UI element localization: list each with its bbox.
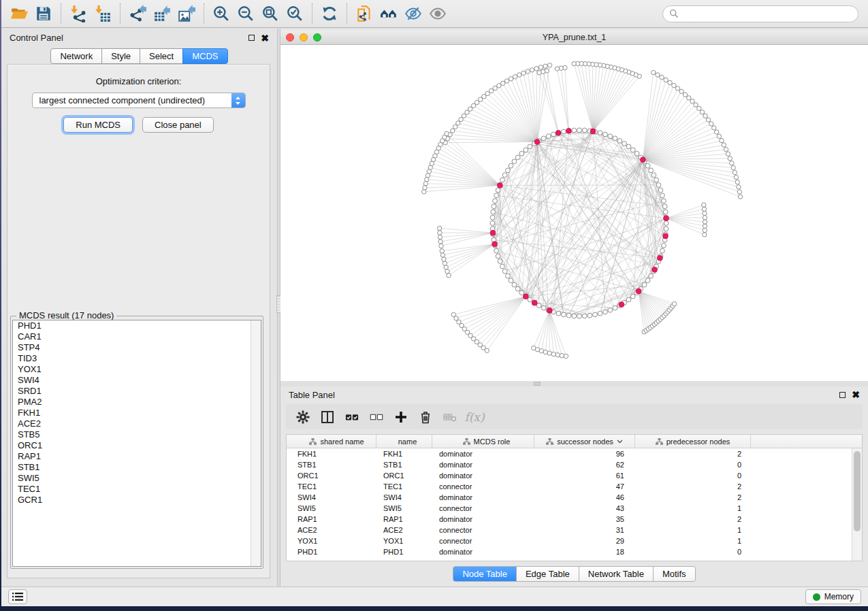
graph-leaf-node[interactable] [526, 69, 530, 73]
graph-leaf-node[interactable] [493, 86, 497, 90]
graph-node[interactable] [500, 178, 505, 182]
graph-leaf-node[interactable] [485, 91, 489, 95]
graph-leaf-node[interactable] [702, 207, 706, 211]
export-image-button[interactable] [174, 2, 199, 25]
graph-leaf-node[interactable] [423, 182, 428, 186]
graph-leaf-node[interactable] [438, 240, 443, 244]
graph-leaf-node[interactable] [543, 64, 547, 68]
search-input[interactable] [683, 9, 852, 19]
tab-style[interactable]: Style [101, 48, 140, 64]
import-table-button[interactable] [91, 2, 115, 25]
graph-leaf-node[interactable] [703, 228, 707, 232]
graph-node[interactable] [505, 274, 510, 278]
graph-node[interactable] [608, 134, 613, 139]
graph-node[interactable] [660, 193, 665, 198]
network-overview-button[interactable] [376, 2, 401, 25]
graph-node[interactable] [490, 215, 495, 220]
clone-network-button[interactable] [352, 2, 376, 25]
mcds-result-item[interactable]: ACE2 [13, 418, 261, 429]
open-file-button[interactable] [7, 2, 31, 25]
graph-hub-node[interactable] [640, 157, 645, 163]
graph-leaf-node[interactable] [722, 143, 726, 147]
zoom-selected-button[interactable] [283, 2, 307, 25]
mcds-result-item[interactable]: TID3 [13, 353, 261, 364]
graph-leaf-node[interactable] [733, 170, 737, 174]
graph-leaf-node[interactable] [440, 253, 445, 257]
graph-node[interactable] [660, 248, 665, 253]
graph-node[interactable] [519, 291, 524, 295]
graph-leaf-node[interactable] [668, 80, 672, 84]
graph-node[interactable] [492, 204, 496, 209]
graph-leaf-node[interactable] [703, 216, 707, 220]
tab-node-table[interactable]: Node Table [453, 566, 517, 582]
graph-node[interactable] [577, 314, 582, 318]
mcds-result-item[interactable]: TEC1 [13, 484, 261, 495]
graph-node[interactable] [598, 131, 602, 135]
graph-hub-node[interactable] [547, 308, 552, 314]
graph-leaf-node[interactable] [425, 178, 429, 182]
mcds-result-item[interactable]: STB1 [13, 462, 261, 473]
run-mcds-button[interactable]: Run MCDS [63, 117, 133, 133]
export-table-button[interactable] [150, 2, 174, 25]
graph-leaf-node[interactable] [521, 71, 526, 75]
graph-leaf-node[interactable] [439, 244, 443, 248]
mcds-result-item[interactable]: RAP1 [13, 451, 261, 462]
column-header-successor-nodes[interactable]: successor nodes [534, 435, 635, 448]
column-header-shared-name[interactable]: shared name [287, 435, 376, 448]
graph-leaf-node[interactable] [687, 96, 691, 100]
graph-node[interactable] [582, 314, 587, 318]
graph-leaf-node[interactable] [513, 75, 517, 79]
graph-node[interactable] [496, 188, 500, 193]
graph-node[interactable] [652, 173, 656, 178]
table-row[interactable]: ORC1ORC1dominator610 [287, 470, 862, 481]
graph-hub-node[interactable] [636, 288, 641, 294]
graph-node[interactable] [494, 248, 499, 253]
graph-leaf-node[interactable] [712, 126, 716, 130]
graph-leaf-node[interactable] [672, 301, 676, 306]
show-columns-button[interactable] [317, 407, 338, 427]
graph-leaf-node[interactable] [547, 63, 551, 67]
graph-node[interactable] [577, 128, 582, 133]
graph-hub-node[interactable] [566, 128, 572, 133]
graph-hub-node[interactable] [523, 294, 528, 299]
graph-node[interactable] [491, 210, 496, 214]
float-panel-icon[interactable] [839, 392, 846, 398]
graph-node[interactable] [572, 128, 577, 133]
graph-leaf-node[interactable] [442, 257, 446, 261]
network-canvas[interactable] [280, 45, 868, 381]
graph-hub-node[interactable] [657, 255, 662, 261]
graph-leaf-node[interactable] [438, 231, 442, 235]
graph-leaf-node[interactable] [451, 129, 455, 133]
graph-leaf-node[interactable] [478, 97, 482, 101]
mcds-result-item[interactable]: ORC1 [13, 440, 261, 451]
graph-node[interactable] [662, 199, 666, 203]
graph-leaf-node[interactable] [534, 67, 539, 71]
graph-leaf-node[interactable] [437, 226, 441, 230]
graph-leaf-node[interactable] [703, 211, 707, 215]
graph-leaf-node[interactable] [737, 190, 741, 194]
graph-hub-node[interactable] [619, 302, 624, 308]
graph-node[interactable] [509, 163, 513, 168]
table-row[interactable]: TEC1TEC1connector472 [287, 481, 862, 492]
graph-leaf-node[interactable] [664, 78, 668, 82]
graph-node[interactable] [493, 199, 498, 203]
graph-leaf-node[interactable] [726, 152, 730, 156]
mcds-result-item[interactable]: SWI4 [13, 375, 261, 386]
graph-node[interactable] [658, 188, 663, 193]
graph-node[interactable] [500, 264, 505, 269]
tab-mcds[interactable]: MCDS [182, 48, 227, 64]
graph-node[interactable] [645, 278, 650, 283]
graph-leaf-node[interactable] [453, 125, 457, 129]
graph-node[interactable] [528, 144, 532, 149]
graph-leaf-node[interactable] [728, 156, 732, 161]
graph-node[interactable] [496, 254, 500, 259]
graph-leaf-node[interactable] [683, 93, 687, 97]
graph-leaf-node[interactable] [537, 71, 541, 75]
graph-leaf-node[interactable] [422, 190, 426, 194]
graph-leaf-node[interactable] [734, 175, 738, 179]
graph-node[interactable] [541, 136, 546, 141]
graph-leaf-node[interactable] [651, 70, 655, 74]
criterion-select[interactable]: largest connected component (undirected) [32, 93, 246, 108]
mcds-result-item[interactable]: STP4 [13, 342, 261, 353]
export-network-button[interactable] [125, 2, 150, 25]
